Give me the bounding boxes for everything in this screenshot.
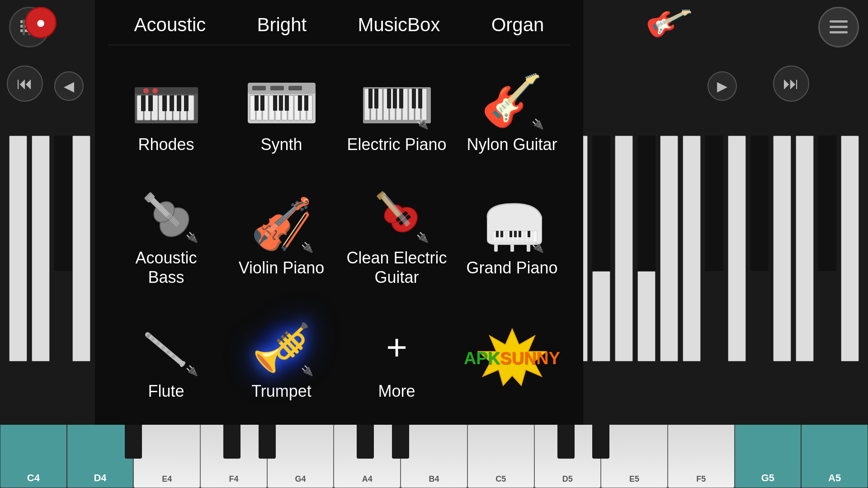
instrument-rhodes[interactable]: Rhodes: [108, 50, 224, 173]
svg-rect-47: [298, 95, 302, 111]
nylon-guitar-label: Nylon Guitar: [467, 135, 557, 154]
svg-rect-104: [494, 244, 498, 252]
black-key-d5s[interactable]: [592, 425, 609, 459]
instrument-grand-piano[interactable]: 🔌 Grand Piano: [454, 173, 570, 296]
nav-musicbox[interactable]: MusicBox: [349, 9, 449, 40]
right-sidebar: [570, 0, 868, 425]
flute-label: Flute: [148, 381, 184, 401]
flute-icon: 🔌: [130, 316, 203, 379]
black-key-ab[interactable]: [357, 425, 374, 459]
clean-elec-guitar-plug: 🔌: [416, 232, 429, 244]
rhodes-label: Rhodes: [138, 135, 194, 154]
black-key-gb[interactable]: [259, 425, 276, 459]
black-key-bb[interactable]: [392, 425, 409, 459]
key-e4[interactable]: E4: [133, 425, 200, 488]
instrument-synth[interactable]: Synth: [224, 50, 339, 173]
key-g4[interactable]: G4: [267, 425, 334, 488]
grand-piano-plug: 🔌: [532, 242, 544, 253]
svg-rect-7: [830, 26, 848, 28]
record-icon: ●: [36, 13, 46, 32]
acoustic-bass-label: AcousticBass: [135, 248, 197, 287]
svg-point-12: [152, 88, 158, 94]
svg-rect-101: [514, 231, 517, 237]
key-d4[interactable]: D4: [67, 425, 134, 488]
r-key-b4: [750, 136, 769, 271]
list-icon: [827, 18, 850, 36]
nav-organ[interactable]: Organ: [482, 9, 553, 40]
apksunny-icon: APKSUNNY: [467, 327, 557, 390]
svg-rect-8: [830, 31, 848, 33]
r-key-w3: [615, 136, 633, 361]
forward-btn[interactable]: ⏭: [773, 66, 809, 102]
svg-rect-65: [412, 89, 416, 108]
rewind-btn[interactable]: ⏮: [7, 66, 43, 102]
more-label: More: [378, 381, 415, 401]
instrument-acoustic-bass[interactable]: 🔌 AcousticBass: [108, 173, 224, 296]
key-c5[interactable]: C5: [467, 425, 534, 488]
rhodes-svg: [130, 74, 203, 128]
instrument-flute[interactable]: 🔌 Flute: [108, 297, 224, 420]
apk-text: APK: [464, 349, 500, 368]
instrument-electric-piano[interactable]: 🔌 Electric Piano: [339, 50, 454, 173]
svg-rect-29: [252, 86, 266, 90]
list-btn[interactable]: [818, 7, 859, 47]
piano-key-white-3: [72, 136, 90, 361]
key-a4[interactable]: A4: [334, 425, 401, 488]
apksunny-text: APKSUNNY: [464, 349, 560, 368]
svg-rect-31: [288, 86, 302, 90]
svg-rect-100: [509, 231, 512, 237]
key-d4-label: D4: [94, 472, 106, 484]
record-btn[interactable]: ●: [25, 7, 57, 38]
key-f5[interactable]: F5: [668, 425, 735, 488]
prev-btn[interactable]: ◀: [54, 71, 84, 101]
r-key-w8: [773, 136, 791, 361]
next-icon: ▶: [717, 78, 727, 94]
key-e5[interactable]: E5: [601, 425, 668, 488]
key-d5[interactable]: D5: [534, 425, 601, 488]
svg-point-11: [143, 88, 149, 94]
instrument-trumpet[interactable]: 🎺 🔌 Trumpet: [224, 297, 339, 420]
black-key-db[interactable]: [125, 425, 142, 459]
violin-label: Violin Piano: [239, 258, 324, 277]
key-f4-label: F4: [229, 474, 238, 484]
instrument-clean-electric-guitar[interactable]: 🔌 Clean ElectricGuitar: [339, 173, 454, 296]
r-key-w5: [660, 136, 678, 361]
r-key-w6: [683, 136, 701, 361]
keyboard-keys: C4 D4 E4 F4 G4 A4 B4 C5 D: [0, 425, 868, 488]
key-g5[interactable]: G5: [735, 425, 802, 488]
svg-rect-30: [270, 86, 284, 90]
svg-rect-42: [255, 95, 259, 111]
svg-rect-98: [496, 231, 499, 237]
svg-rect-20: [188, 95, 194, 120]
svg-rect-26: [184, 95, 189, 111]
svg-rect-102: [519, 231, 521, 237]
black-key-c5s[interactable]: [557, 425, 575, 459]
next-btn[interactable]: ▶: [708, 71, 737, 101]
key-c4[interactable]: C4: [0, 425, 67, 488]
trumpet-icon: 🎺 🔌: [245, 316, 318, 379]
nav-bright[interactable]: Bright: [248, 9, 316, 40]
svg-rect-107: [144, 332, 185, 367]
key-a4-label: A4: [362, 474, 373, 484]
key-a5[interactable]: A5: [801, 425, 868, 488]
key-b4[interactable]: B4: [401, 425, 467, 488]
nav-acoustic[interactable]: Acoustic: [125, 9, 215, 40]
instrument-nylon-guitar[interactable]: 🎸 🔌 Nylon Guitar: [454, 50, 570, 173]
svg-rect-64: [399, 89, 403, 108]
key-b4-label: B4: [429, 474, 439, 484]
key-g5-label: G5: [761, 472, 774, 484]
key-d5-label: D5: [562, 474, 573, 484]
svg-rect-103: [528, 231, 530, 237]
svg-rect-63: [393, 89, 397, 108]
piano-key-black-1: [54, 136, 72, 271]
instrument-violin[interactable]: 🎻 🔌 Violin Piano: [224, 173, 339, 296]
svg-rect-6: [830, 20, 848, 23]
electric-piano-label: Electric Piano: [347, 135, 446, 154]
black-key-eb[interactable]: [223, 425, 241, 459]
key-f4[interactable]: F4: [200, 425, 267, 488]
key-c5-label: C5: [495, 474, 506, 484]
instrument-more[interactable]: + More: [339, 297, 454, 420]
clean-electric-guitar-label: Clean ElectricGuitar: [346, 248, 447, 287]
more-plus-sign: +: [386, 327, 407, 368]
svg-rect-45: [279, 95, 283, 111]
